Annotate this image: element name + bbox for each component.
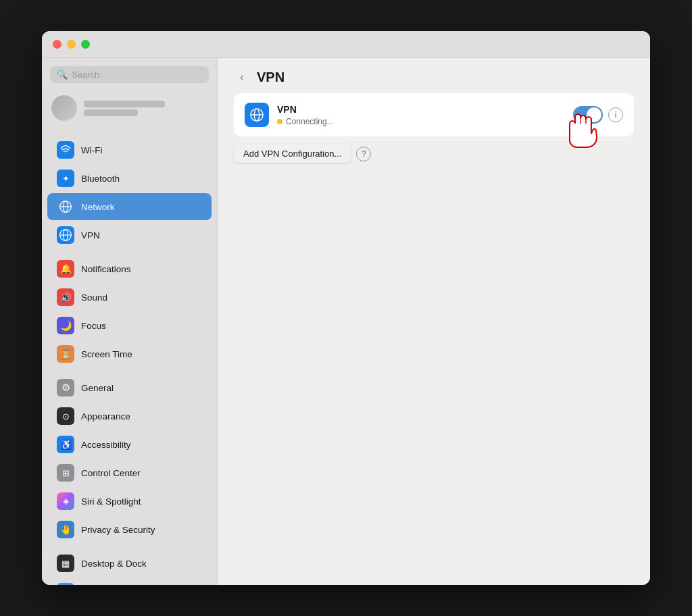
privacy-icon: 🤚 [57,521,74,538]
system-preferences-window: 🔍 Search Wi-Fi ✦ [42,31,650,585]
appearance-icon: ⊙ [57,407,74,425]
search-container: 🔍 Search [42,66,217,91]
sidebar-label-notifications: Notifications [81,264,131,274]
close-button[interactable] [53,40,61,49]
avatar [51,95,77,121]
sidebar-label-siri: Siri & Spotlight [81,496,141,507]
vpn-controls: i [573,106,623,124]
network-icon [57,198,74,215]
vpn-row: VPN Connecting... [234,93,634,136]
sidebar-item-privacy[interactable]: 🤚 Privacy & Security [47,516,212,543]
sidebar-item-desktop[interactable]: ▦ Desktop & Dock [47,550,212,577]
traffic-lights [53,40,90,49]
sidebar-label-wifi: Wi-Fi [81,145,102,155]
back-button[interactable]: ‹ [234,69,250,85]
sidebar-label-controlcenter: Control Center [81,468,141,478]
sidebar-label-privacy: Privacy & Security [81,525,155,535]
sidebar-label-screentime: Screen Time [81,349,132,359]
sidebar-item-appearance[interactable]: ⊙ Appearance [47,403,212,430]
sound-icon: 🔊 [57,288,74,306]
displays-icon: 🖥 [57,583,74,585]
main-header: ‹ VPN [218,58,650,93]
controlcenter-icon: ⊞ [57,464,74,482]
help-icon: ? [362,149,366,159]
sidebar-item-displays[interactable]: 🖥 Displays [47,578,212,585]
user-subtitle [84,109,138,116]
toggle-knob [587,107,601,122]
user-info [84,101,165,116]
sidebar-label-accessibility: Accessibility [81,440,131,450]
main-content: ‹ VPN [218,58,650,585]
search-placeholder: Search [72,70,99,80]
screentime-icon: ⏳ [57,345,74,363]
sidebar-item-focus[interactable]: 🌙 Focus [47,312,212,339]
sidebar-label-desktop: Desktop & Dock [81,559,147,569]
minimize-button[interactable] [67,40,76,49]
sidebar: 🔍 Search Wi-Fi ✦ [42,58,218,585]
content-area: 🔍 Search Wi-Fi ✦ [42,58,650,585]
vpn-status: Connecting... [277,117,565,126]
sidebar-item-accessibility[interactable]: ♿ Accessibility [47,431,212,458]
vpn-card: VPN Connecting... [234,93,634,136]
vpn-info: VPN Connecting... [277,104,565,126]
vpn-name: VPN [277,104,565,115]
vpn-icon [245,103,269,127]
main-body: VPN Connecting... [218,93,650,585]
sidebar-label-network: Network [81,202,115,212]
vpn-toggle[interactable] [573,106,603,124]
add-vpn-button[interactable]: Add VPN Configuration... [234,145,351,163]
general-icon: ⚙ [57,379,74,396]
sidebar-item-bluetooth[interactable]: ✦ Bluetooth [47,165,212,192]
user-profile[interactable] [42,91,217,130]
maximize-button[interactable] [81,40,90,49]
bottom-controls: Add VPN Configuration... ? [234,145,634,163]
sidebar-label-sound: Sound [81,292,107,303]
siri-icon: ◈ [57,492,74,510]
help-button[interactable]: ? [356,147,371,161]
sidebar-item-sound[interactable]: 🔊 Sound [47,284,212,311]
vpn-sidebar-icon [57,226,74,244]
sidebar-item-vpn[interactable]: VPN [47,222,212,249]
sidebar-label-general: General [81,383,114,393]
back-icon: ‹ [240,70,244,84]
search-bar[interactable]: 🔍 Search [50,66,209,83]
sidebar-label-vpn: VPN [81,230,100,240]
status-dot [277,119,282,124]
info-icon: i [615,110,617,120]
sidebar-item-notifications[interactable]: 🔔 Notifications [47,255,212,282]
sidebar-label-bluetooth: Bluetooth [81,174,120,184]
notifications-icon: 🔔 [57,260,74,278]
vpn-status-text: Connecting... [286,117,334,126]
sidebar-item-wifi[interactable]: Wi-Fi [47,136,212,163]
search-icon: 🔍 [57,70,68,80]
title-bar [42,31,650,58]
page-title: VPN [257,70,285,85]
sidebar-label-appearance: Appearance [81,411,130,421]
wifi-icon [57,141,74,159]
sidebar-item-siri[interactable]: ◈ Siri & Spotlight [47,488,212,515]
accessibility-icon: ♿ [57,436,74,453]
vpn-card-wrapper: VPN Connecting... [234,93,634,136]
sidebar-item-screentime[interactable]: ⏳ Screen Time [47,340,212,367]
desktop-icon: ▦ [57,555,74,572]
bluetooth-icon: ✦ [57,170,74,187]
vpn-info-button[interactable]: i [608,107,623,122]
sidebar-item-general[interactable]: ⚙ General [47,374,212,401]
user-name [84,101,165,107]
focus-icon: 🌙 [57,317,74,334]
sidebar-item-network[interactable]: Network [47,193,212,220]
sidebar-item-controlcenter[interactable]: ⊞ Control Center [47,459,212,486]
sidebar-label-focus: Focus [81,321,106,331]
